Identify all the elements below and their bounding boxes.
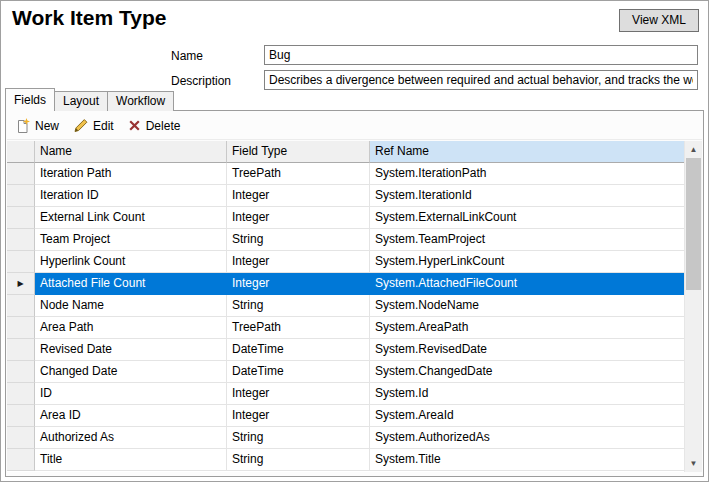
row-selector[interactable]	[7, 229, 35, 251]
cell-field-type[interactable]: String	[227, 427, 370, 449]
tab-strip: Fields Layout Workflow	[5, 88, 173, 111]
row-selector[interactable]	[7, 207, 35, 229]
cell-name[interactable]: Authorized As	[35, 427, 227, 449]
cell-field-type[interactable]: String	[227, 449, 370, 471]
table-row[interactable]: External Link CountIntegerSystem.Externa…	[7, 207, 685, 229]
name-input[interactable]	[264, 45, 698, 65]
delete-button[interactable]: Delete	[122, 116, 189, 136]
cell-ref-name[interactable]: System.RevisedDate	[370, 339, 685, 361]
tab-workflow[interactable]: Workflow	[107, 91, 174, 111]
grid-body: Iteration PathTreePathSystem.IterationPa…	[7, 163, 685, 471]
cell-name[interactable]: Iteration Path	[35, 163, 227, 185]
cell-ref-name[interactable]: System.AttachedFileCount	[370, 273, 685, 295]
page-title: Work Item Type	[12, 6, 166, 30]
cell-field-type[interactable]: Integer	[227, 207, 370, 229]
cell-field-type[interactable]: String	[227, 295, 370, 317]
tab-layout[interactable]: Layout	[54, 91, 108, 111]
cell-ref-name[interactable]: System.IterationPath	[370, 163, 685, 185]
row-selector[interactable]	[7, 405, 35, 427]
scrollbar-thumb[interactable]	[686, 158, 701, 290]
table-row[interactable]: Area IDIntegerSystem.AreaId	[7, 405, 685, 427]
table-row[interactable]: Iteration IDIntegerSystem.IterationId	[7, 185, 685, 207]
cell-field-type[interactable]: String	[227, 229, 370, 251]
table-row[interactable]: Iteration PathTreePathSystem.IterationPa…	[7, 163, 685, 185]
vertical-scrollbar[interactable]: ▲ ▼	[684, 141, 702, 472]
cell-field-type[interactable]: Integer	[227, 383, 370, 405]
table-row[interactable]: Changed DateDateTimeSystem.ChangedDate	[7, 361, 685, 383]
cell-ref-name[interactable]: System.AreaPath	[370, 317, 685, 339]
table-row[interactable]: Hyperlink CountIntegerSystem.HyperLinkCo…	[7, 251, 685, 273]
new-button-label: New	[35, 119, 59, 133]
current-row-indicator[interactable]: ▶	[7, 273, 35, 295]
cell-ref-name[interactable]: System.Id	[370, 383, 685, 405]
row-selector[interactable]	[7, 449, 35, 471]
row-selector[interactable]	[7, 163, 35, 185]
pencil-icon	[73, 118, 88, 133]
edit-button-label: Edit	[93, 119, 114, 133]
cell-name[interactable]: Team Project	[35, 229, 227, 251]
description-input[interactable]	[264, 70, 698, 90]
cell-field-type[interactable]: Integer	[227, 273, 370, 295]
row-selector[interactable]	[7, 185, 35, 207]
cell-ref-name[interactable]: System.HyperLinkCount	[370, 251, 685, 273]
cell-field-type[interactable]: DateTime	[227, 339, 370, 361]
row-selector[interactable]	[7, 251, 35, 273]
cell-name[interactable]: Changed Date	[35, 361, 227, 383]
table-row[interactable]: Revised DateDateTimeSystem.RevisedDate	[7, 339, 685, 361]
cell-field-type[interactable]: TreePath	[227, 317, 370, 339]
column-header-field-type[interactable]: Field Type	[227, 141, 370, 163]
cell-name[interactable]: External Link Count	[35, 207, 227, 229]
cell-name[interactable]: Area ID	[35, 405, 227, 427]
cell-ref-name[interactable]: System.ChangedDate	[370, 361, 685, 383]
table-row[interactable]: Team ProjectStringSystem.TeamProject	[7, 229, 685, 251]
cell-name[interactable]: Title	[35, 449, 227, 471]
cell-name[interactable]: Hyperlink Count	[35, 251, 227, 273]
fields-toolbar: New Edit Delete	[7, 112, 702, 140]
cell-field-type[interactable]: Integer	[227, 251, 370, 273]
table-row[interactable]: TitleStringSystem.Title	[7, 449, 685, 471]
description-label: Description	[171, 74, 231, 88]
table-row[interactable]: Area PathTreePathSystem.AreaPath	[7, 317, 685, 339]
row-selector[interactable]	[7, 317, 35, 339]
row-selector[interactable]	[7, 295, 35, 317]
cell-name[interactable]: ID	[35, 383, 227, 405]
row-selector[interactable]	[7, 361, 35, 383]
delete-button-label: Delete	[146, 119, 181, 133]
row-selector[interactable]	[7, 383, 35, 405]
current-row-arrow-icon: ▶	[17, 280, 23, 288]
cell-ref-name[interactable]: System.Title	[370, 449, 685, 471]
scroll-down-arrow-icon[interactable]: ▼	[685, 455, 702, 472]
row-selector[interactable]	[7, 339, 35, 361]
table-row[interactable]: IDIntegerSystem.Id	[7, 383, 685, 405]
table-row[interactable]: Node NameStringSystem.NodeName	[7, 295, 685, 317]
cell-field-type[interactable]: Integer	[227, 405, 370, 427]
grid-header: Name Field Type Ref Name	[7, 141, 685, 163]
cell-ref-name[interactable]: System.AreaId	[370, 405, 685, 427]
cell-name[interactable]: Iteration ID	[35, 185, 227, 207]
cell-ref-name[interactable]: System.ExternalLinkCount	[370, 207, 685, 229]
scroll-up-arrow-icon[interactable]: ▲	[685, 141, 702, 158]
row-selector[interactable]	[7, 427, 35, 449]
work-item-type-editor: Work Item Type View XML Name Description…	[0, 0, 709, 482]
edit-button[interactable]: Edit	[67, 115, 122, 136]
cell-name[interactable]: Node Name	[35, 295, 227, 317]
column-header-name[interactable]: Name	[35, 141, 227, 163]
cell-name[interactable]: Attached File Count	[35, 273, 227, 295]
cell-field-type[interactable]: Integer	[227, 185, 370, 207]
row-selector-header[interactable]	[7, 141, 35, 163]
table-row[interactable]: Authorized AsStringSystem.AuthorizedAs	[7, 427, 685, 449]
new-button[interactable]: New	[9, 115, 67, 136]
column-header-ref-name[interactable]: Ref Name	[370, 141, 685, 163]
cell-name[interactable]: Revised Date	[35, 339, 227, 361]
tab-fields[interactable]: Fields	[5, 88, 55, 111]
cell-field-type[interactable]: TreePath	[227, 163, 370, 185]
cell-name[interactable]: Area Path	[35, 317, 227, 339]
cell-ref-name[interactable]: System.TeamProject	[370, 229, 685, 251]
table-row[interactable]: ▶Attached File CountIntegerSystem.Attach…	[7, 273, 685, 295]
cell-field-type[interactable]: DateTime	[227, 361, 370, 383]
view-xml-button[interactable]: View XML	[619, 9, 699, 32]
fields-grid: Name Field Type Ref Name Iteration PathT…	[7, 141, 702, 472]
cell-ref-name[interactable]: System.IterationId	[370, 185, 685, 207]
cell-ref-name[interactable]: System.NodeName	[370, 295, 685, 317]
cell-ref-name[interactable]: System.AuthorizedAs	[370, 427, 685, 449]
